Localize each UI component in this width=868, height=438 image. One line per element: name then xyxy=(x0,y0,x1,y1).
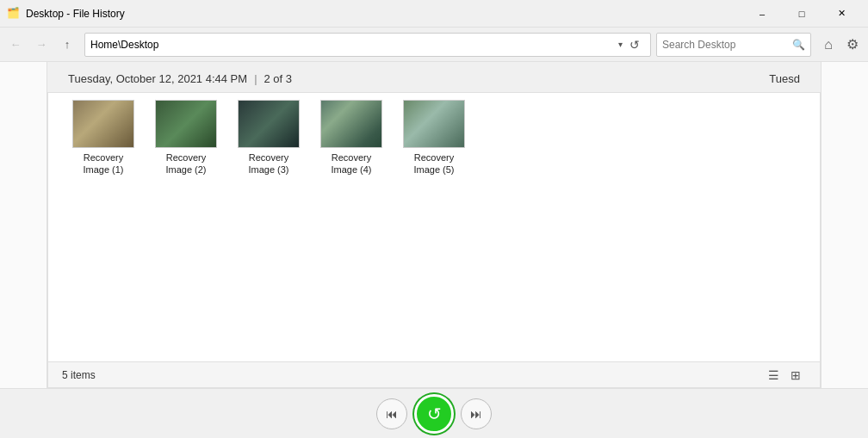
search-bar: 🔍 xyxy=(656,33,811,57)
settings-button[interactable]: ⚙ xyxy=(840,33,865,57)
window-title: Desktop - File History xyxy=(26,8,742,20)
file-grid: Recovery Image (1)Recovery Image (2)Reco… xyxy=(62,93,806,183)
date-text: Tuesday, October 12, 2021 4:44 PM xyxy=(68,72,247,85)
right-peek-text: Tuesd xyxy=(769,72,800,85)
file-label: Recovery Image (4) xyxy=(320,151,382,176)
date-header: Tuesday, October 12, 2021 4:44 PM | 2 of… xyxy=(47,62,821,92)
close-button[interactable]: ✕ xyxy=(822,0,861,28)
list-item[interactable]: Recovery Image (2) xyxy=(152,96,220,180)
content-area: Recovery Image (1)Recovery Image (2)Reco… xyxy=(47,92,821,388)
file-thumbnail xyxy=(238,100,300,148)
maximize-button[interactable]: □ xyxy=(782,0,822,28)
forward-button[interactable]: → xyxy=(29,33,53,57)
grid-view-button[interactable]: ⊞ xyxy=(785,366,806,385)
file-label: Recovery Image (2) xyxy=(155,151,217,176)
playback-bar: ⏮ ↺ ⏭ xyxy=(0,388,868,438)
file-thumbnail xyxy=(72,100,134,148)
center-panel: Tuesday, October 12, 2021 4:44 PM | 2 of… xyxy=(47,62,821,388)
up-button[interactable]: ↑ xyxy=(55,33,79,57)
file-label: Recovery Image (5) xyxy=(403,151,465,176)
navigation-bar: ← → ↑ ▾ ↺ 🔍 ⌂ ⚙ xyxy=(0,28,868,62)
address-bar: ▾ ↺ xyxy=(84,33,651,57)
list-item[interactable]: Recovery Image (4) xyxy=(317,96,386,180)
status-text: 5 items xyxy=(62,369,96,381)
back-button[interactable]: ← xyxy=(3,33,28,57)
title-bar: 🗂️ Desktop - File History – □ ✕ xyxy=(0,0,868,28)
list-view-button[interactable]: ☰ xyxy=(763,366,784,385)
address-input[interactable] xyxy=(90,39,617,51)
list-item[interactable]: Recovery Image (5) xyxy=(400,96,468,180)
nav-icon-buttons: ⌂ ⚙ xyxy=(816,33,865,57)
search-input[interactable] xyxy=(662,39,792,51)
previous-button[interactable]: ⏮ xyxy=(376,398,407,429)
list-item[interactable]: Recovery Image (3) xyxy=(234,96,303,180)
window-controls: – □ ✕ xyxy=(742,0,861,28)
home-button[interactable]: ⌂ xyxy=(816,33,840,57)
search-icon: 🔍 xyxy=(792,39,805,51)
file-label: Recovery Image (1) xyxy=(72,151,134,176)
main-container: Tuesday, October 12, 2021 4:44 PM | 2 of… xyxy=(0,62,868,388)
list-item[interactable]: Recovery Image (1) xyxy=(69,96,138,180)
address-dropdown-icon[interactable]: ▾ xyxy=(617,40,624,49)
restore-icon: ↺ xyxy=(427,404,442,424)
page-info: 2 of 3 xyxy=(264,72,293,85)
right-nav-pane xyxy=(821,62,868,388)
view-buttons: ☰ ⊞ xyxy=(763,366,806,385)
file-grid-wrapper: Recovery Image (1)Recovery Image (2)Reco… xyxy=(48,93,820,361)
file-thumbnail xyxy=(320,100,382,148)
file-thumbnail xyxy=(403,100,465,148)
restore-button[interactable]: ↺ xyxy=(414,394,454,434)
next-button[interactable]: ⏭ xyxy=(461,398,492,429)
minimize-button[interactable]: – xyxy=(742,0,782,28)
refresh-button[interactable]: ↺ xyxy=(624,33,645,57)
separator: | xyxy=(254,72,257,85)
app-icon: 🗂️ xyxy=(7,7,21,21)
status-bar: 5 items ☰ ⊞ xyxy=(48,361,820,387)
file-thumbnail xyxy=(155,100,217,148)
left-nav-pane xyxy=(0,62,47,388)
file-label: Recovery Image (3) xyxy=(238,151,300,176)
